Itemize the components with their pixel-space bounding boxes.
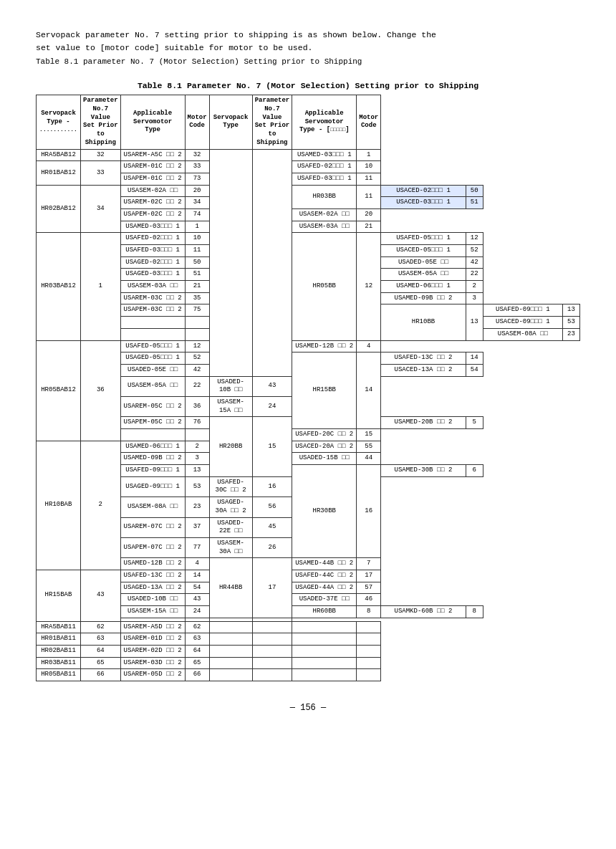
right-motor-code: 56 (252, 497, 292, 517)
right-servomotor-type: USAMED-44B □□ 2 (292, 558, 357, 570)
header-motor-code: MotorCode (185, 95, 209, 149)
right-servomotor-type: USAFED-30C □□ 2 (209, 476, 252, 497)
servomotor-type: USAFED-02□□□ 1 (120, 233, 185, 245)
table-row: HRA5BAB11 62 USAREM-A5D □□ 2 62 (37, 621, 580, 633)
motor-code: 20 (185, 185, 209, 197)
table-row: HR01BAB12 33 USAREM-01C □□ 2 33 USAFED-0… (37, 161, 580, 173)
param-value: 63 (81, 633, 121, 646)
servomotor-type: USADED-05E □□ (120, 364, 185, 376)
right-motor-code: 51 (466, 197, 483, 209)
param-value: 66 (81, 669, 121, 681)
right-servomotor-type: USACED-02□□□ 1 (381, 185, 466, 197)
right-servomotor-type: USAFED-13C □□ 2 (381, 352, 466, 365)
motor-code: 37 (185, 517, 209, 537)
right-servopack-type-hr03bb: HR03BB (292, 185, 357, 208)
servomotor-type: USAREM-A5C □□ 2 (120, 149, 185, 161)
right-servopack-type (209, 621, 252, 633)
servopack-type: HR03BAB11 (37, 657, 81, 669)
motor-code: 35 (185, 292, 209, 304)
motor-code: 54 (185, 582, 209, 594)
servomotor-type: USAPEM-03C □□ 2 (120, 304, 185, 317)
motor-code: 63 (185, 633, 209, 646)
right-param-12: 12 (357, 233, 381, 340)
right-motor-code: 10 (357, 161, 381, 173)
right-motor-code: 17 (357, 570, 381, 582)
right-motor-code: 14 (466, 352, 483, 365)
servopack-type: HR05BAB11 (37, 669, 81, 681)
header-servopack-type: ServopackType -........... (37, 95, 81, 149)
motor-code: 52 (185, 352, 209, 365)
servomotor-type: USAREM-05D □□ 2 (120, 669, 185, 681)
right-motor-code: 55 (357, 441, 381, 453)
motor-code: 3 (185, 453, 209, 465)
servomotor-type: USASEM-02A □□ (120, 185, 185, 197)
header-applicable-servomotor: ApplicableServomotorType (120, 95, 185, 149)
servomotor-type: USAREM-07C □□ 2 (120, 517, 185, 537)
right-servomotor-type: USACED-09□□□ 1 (483, 317, 562, 329)
table-row: HR05BAB12 36 USAFED-05□□□ 1 12 USAMED-12… (37, 340, 580, 352)
right-motor-code: 16 (252, 476, 292, 497)
right-servomotor-type: USACED-20A □□ 2 (292, 441, 357, 453)
right-servomotor-type: USAFED-03□□□ 1 (292, 173, 357, 185)
right-servomotor-type (292, 621, 357, 633)
right-servopack-hr60bb: HR60BB (292, 606, 357, 618)
header-right-param-value: ParameterNo.7 ValueSet Priorto Shipping (252, 95, 292, 149)
right-param-13: 13 (466, 304, 483, 340)
motor-code (185, 429, 209, 441)
right-param-value (252, 669, 292, 681)
right-servopack-type (209, 646, 252, 658)
servopack-type: HRA5BAB12 (37, 149, 81, 161)
servomotor-type: USAREM-02D □□ 2 (120, 646, 185, 658)
servomotor-type: USAFED-03□□□ 1 (120, 245, 185, 257)
right-motor-code: 12 (466, 233, 483, 245)
motor-code: 13 (185, 465, 209, 477)
right-servomotor-type: USAFED-09□□□ 1 (483, 304, 562, 317)
motor-code: 11 (185, 245, 209, 257)
right-motor-code: 22 (466, 269, 483, 281)
right-servomotor-type: USAMED-03□□□ 1 (292, 149, 357, 161)
right-motor-code: 4 (357, 340, 381, 352)
servomotor-type: USASEM-15A □□ (120, 606, 185, 618)
servomotor-type: USAPEM-07C □□ 2 (120, 537, 185, 557)
motor-code: 43 (185, 594, 209, 606)
servomotor-type: USAMED-06□□□ 1 (120, 441, 185, 453)
right-param-value (252, 149, 292, 376)
motor-code: 34 (185, 197, 209, 209)
servomotor-type: USASEM-05A □□ (120, 376, 185, 396)
table-row: HR05BAB11 66 USAREM-05D □□ 2 66 (37, 669, 580, 681)
right-servomotor-type: USADED-05E □□ (381, 256, 466, 269)
right-servomotor-type: USAGED-30A □□ 2 (209, 497, 252, 517)
servopack-type: HR01BAB12 (37, 161, 81, 185)
param-value: 34 (81, 185, 121, 233)
servomotor-type (120, 328, 185, 340)
right-motor-code: 1 (357, 149, 381, 161)
servomotor-type: USAFED-09□□□ 1 (120, 465, 185, 477)
right-motor-code: 53 (563, 317, 580, 329)
servomotor-type: USAFED-05□□□ 1 (120, 340, 185, 352)
right-servomotor-type: USAMED-30B □□ 2 (381, 465, 466, 477)
servomotor-type: USAPEM-02C □□ 2 (120, 208, 185, 221)
servomotor-type: USAPEM-01C □□ 2 (120, 173, 185, 185)
servopack-type: HR02BAB12 (37, 185, 81, 233)
right-servomotor-type: USAMED-20B □□ 2 (381, 417, 466, 429)
table-header-row: ServopackType -........... ParameterNo.7… (37, 95, 580, 149)
right-param-value (252, 657, 292, 669)
servopack-hr10bab: HR10BAB (37, 441, 81, 570)
right-servomotor-type: USAGED-44A □□ 2 (292, 582, 357, 594)
motor-code: 42 (185, 364, 209, 376)
motor-code: 66 (185, 669, 209, 681)
servopack-type: HRA5BAB11 (37, 621, 81, 633)
motor-code: 4 (185, 558, 209, 570)
right-servomotor-type: USAMKD-60B □□ 2 (381, 606, 466, 618)
table-row: HRA5BAB12 32 USAREM-A5C □□ 2 32 USAMED-0… (37, 149, 580, 161)
motor-code: 50 (185, 256, 209, 269)
servomotor-type: USASEM-08A □□ (120, 497, 185, 517)
header-param-value: ParameterNo.7 ValueSet Priorto Shipping (81, 95, 121, 149)
right-servomotor-type: USAMED-06□□□ 1 (381, 281, 466, 293)
motor-code: 74 (185, 208, 209, 221)
right-motor-code: 24 (252, 396, 292, 416)
right-motor-code: 42 (466, 256, 483, 269)
motor-code: 22 (185, 376, 209, 396)
servomotor-type: USAREM-05C □□ 2 (120, 396, 185, 416)
right-servomotor-type: USASEM-15A □□ (209, 396, 252, 416)
